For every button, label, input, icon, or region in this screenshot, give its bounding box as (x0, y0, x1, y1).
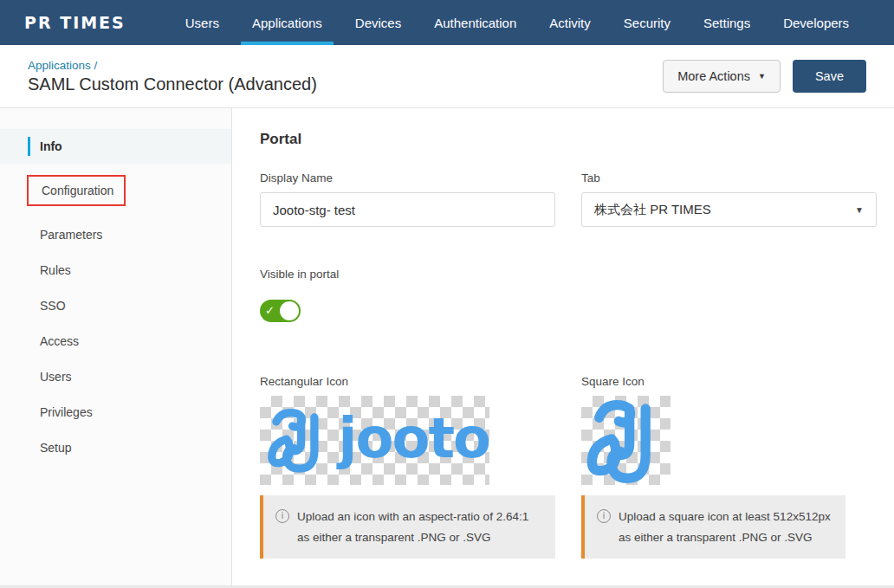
tab-select-value: 株式会社 PR TIMES (594, 202, 711, 218)
nav-tabs: Users Applications Devices Authenticatio… (169, 0, 865, 45)
nav-tab-developers[interactable]: Developers (767, 0, 865, 45)
sidebar-item-parameters[interactable]: Parameters (0, 217, 231, 252)
nav-tab-security[interactable]: Security (607, 0, 687, 45)
sidebar-item-configuration[interactable]: Configuration (0, 165, 231, 216)
chevron-down-icon: ▼ (855, 205, 864, 215)
square-icon-group: Square Icon i Upload a square icon at le… (581, 375, 877, 559)
sidebar: Info Configuration Parameters Rules SSO … (0, 108, 232, 588)
prtimes-logo: PR TIMES (0, 0, 150, 45)
sidebar-item-sso[interactable]: SSO (0, 288, 231, 323)
square-icon-note-text: Upload a square icon at least 512x512px … (619, 507, 833, 547)
square-icon-label: Square Icon (581, 375, 877, 388)
breadcrumb[interactable]: Applications / (28, 59, 317, 72)
rectangular-icon-note-text: Upload an icon with an aspect-ratio of 2… (297, 507, 543, 547)
more-actions-button[interactable]: More Actions ▼ (663, 60, 781, 93)
square-icon-preview (581, 396, 670, 485)
sidebar-item-users[interactable]: Users (0, 359, 231, 394)
jooto-logo-mark-icon (262, 401, 335, 481)
tab-select[interactable]: 株式会社 PR TIMES ▼ (581, 192, 877, 227)
tab-field-group: Tab 株式会社 PR TIMES ▼ (581, 171, 877, 227)
breadcrumb-title-group: Applications / SAML Custom Connector (Ad… (28, 59, 317, 94)
sidebar-item-rules[interactable]: Rules (0, 253, 231, 288)
sidebar-item-info[interactable]: Info (0, 129, 231, 164)
visible-in-portal-toggle[interactable]: ✓ (260, 300, 301, 322)
rectangular-icon-group: Rectangular Icon jooto i Upload an (260, 375, 555, 559)
sidebar-item-access[interactable]: Access (0, 324, 231, 359)
sidebar-item-setup[interactable]: Setup (0, 430, 231, 465)
display-name-input[interactable] (260, 192, 555, 227)
portal-section-title: Portal (260, 131, 877, 148)
sidebar-item-privileges[interactable]: Privileges (0, 395, 231, 430)
jooto-logo-text: jooto (339, 406, 489, 475)
info-icon: i (597, 509, 611, 523)
top-navbar: PR TIMES Users Applications Devices Auth… (0, 0, 894, 45)
nav-tab-users[interactable]: Users (169, 0, 236, 45)
main-content: Portal Display Name Tab 株式会社 PR TIMES ▼ … (232, 108, 894, 588)
visible-in-portal-label: Visible in portal (260, 268, 877, 281)
tab-label: Tab (581, 171, 877, 184)
page-title: SAML Custom Connector (Advanced) (28, 74, 317, 94)
header-actions: More Actions ▼ Save (663, 60, 866, 93)
annotation-box: Configuration (27, 175, 126, 206)
nav-tab-applications[interactable]: Applications (236, 0, 339, 45)
rectangular-icon-note: i Upload an icon with an aspect-ratio of… (260, 495, 555, 559)
visible-in-portal-group: Visible in portal ✓ (260, 268, 877, 326)
display-name-label: Display Name (260, 171, 555, 184)
nav-tab-authentication[interactable]: Authentication (418, 0, 533, 45)
more-actions-label: More Actions (677, 69, 750, 83)
toggle-knob (280, 301, 299, 320)
info-icon: i (275, 509, 289, 523)
nav-tab-settings[interactable]: Settings (687, 0, 767, 45)
display-name-field-group: Display Name (260, 171, 555, 227)
rectangular-icon-preview: jooto (260, 396, 489, 485)
check-icon: ✓ (265, 304, 275, 317)
nav-tab-activity[interactable]: Activity (533, 0, 607, 45)
page-header: Applications / SAML Custom Connector (Ad… (0, 45, 894, 108)
chevron-down-icon: ▼ (758, 72, 766, 81)
nav-tab-devices[interactable]: Devices (339, 0, 418, 45)
rectangular-icon-label: Rectangular Icon (260, 375, 555, 388)
save-button[interactable]: Save (793, 60, 866, 93)
square-icon-note: i Upload a square icon at least 512x512p… (581, 495, 845, 559)
jooto-logo-mark-icon (581, 396, 670, 485)
